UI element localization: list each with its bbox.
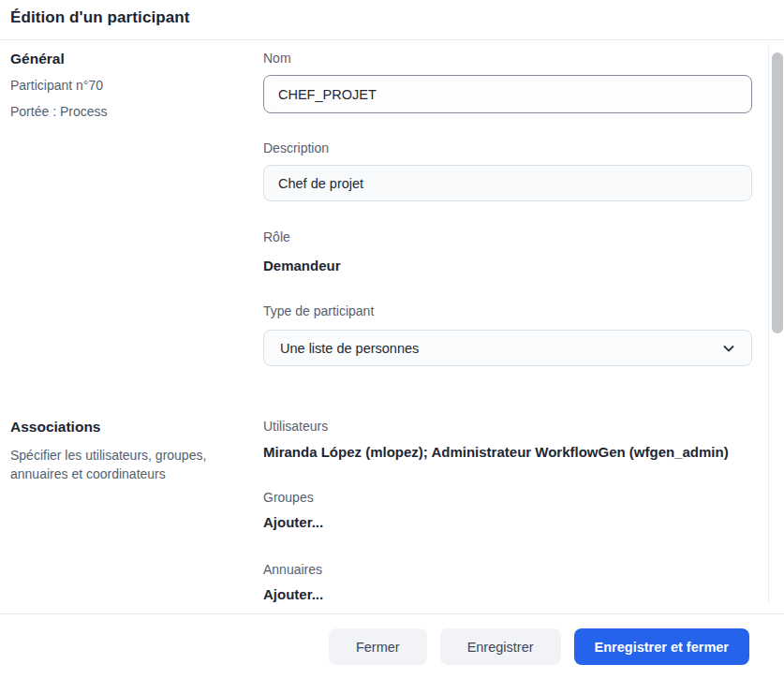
edit-participant-dialog: Édition d'un participant Général Partici… xyxy=(0,0,784,679)
role-field-group: Rôle Demandeur xyxy=(263,229,752,274)
scrollbar-thumb[interactable] xyxy=(772,52,783,333)
groups-add-link[interactable]: Ajouter... xyxy=(263,514,752,531)
users-label: Utilisateurs xyxy=(263,419,752,435)
section-associations-fields: Utilisateurs Miranda López (mlopez); Adm… xyxy=(263,419,752,613)
groups-group: Groupes Ajouter... xyxy=(263,490,752,531)
users-group: Utilisateurs Miranda López (mlopez); Adm… xyxy=(263,419,752,461)
name-label: Nom xyxy=(263,51,752,66)
directories-group: Annuaires Ajouter... xyxy=(263,562,752,603)
participant-scope: Portée : Process xyxy=(10,104,263,119)
description-input[interactable] xyxy=(263,165,752,201)
scrollbar-track[interactable] xyxy=(768,41,784,604)
groups-label: Groupes xyxy=(263,490,752,506)
name-field-group: Nom xyxy=(263,51,752,113)
participant-type-label: Type de participant xyxy=(263,303,752,319)
directories-label: Annuaires xyxy=(263,562,752,578)
dialog-body: Général Participant n°70 Portée : Proces… xyxy=(0,40,784,613)
participant-type-select[interactable]: Une liste de personnes xyxy=(263,330,752,366)
dialog-header: Édition d'un participant xyxy=(0,0,784,40)
participant-number: Participant n°70 xyxy=(10,78,263,93)
dialog-title: Édition d'un participant xyxy=(10,8,775,27)
participant-type-value: Une liste de personnes xyxy=(280,341,419,356)
section-general-info: Général Participant n°70 Portée : Proces… xyxy=(10,51,263,366)
associations-heading: Associations xyxy=(10,419,263,435)
general-heading: Général xyxy=(10,51,263,67)
section-associations-info: Associations Spécifier les utilisateurs,… xyxy=(10,419,263,613)
dialog-footer: Fermer Enregistrer Enregistrer et fermer xyxy=(0,613,784,679)
chevron-down-icon xyxy=(721,341,736,356)
description-label: Description xyxy=(263,140,752,156)
save-button[interactable]: Enregistrer xyxy=(440,628,561,665)
section-associations: Associations Spécifier les utilisateurs,… xyxy=(10,419,752,613)
associations-description: Spécifier les utilisateurs, groupes, ann… xyxy=(10,446,240,483)
section-general: Général Participant n°70 Portée : Proces… xyxy=(10,51,752,366)
save-and-close-button[interactable]: Enregistrer et fermer xyxy=(574,628,749,665)
name-input[interactable] xyxy=(263,75,752,113)
section-general-fields: Nom Description Rôle Demandeur Type de p… xyxy=(263,51,752,366)
description-field-group: Description xyxy=(263,140,752,201)
participant-type-group: Type de participant Une liste de personn… xyxy=(263,303,752,366)
role-value: Demandeur xyxy=(263,258,752,274)
role-label: Rôle xyxy=(263,229,752,245)
users-value[interactable]: Miranda López (mlopez); Administrateur W… xyxy=(263,444,752,461)
close-button[interactable]: Fermer xyxy=(329,628,427,665)
directories-add-link[interactable]: Ajouter... xyxy=(263,586,752,603)
